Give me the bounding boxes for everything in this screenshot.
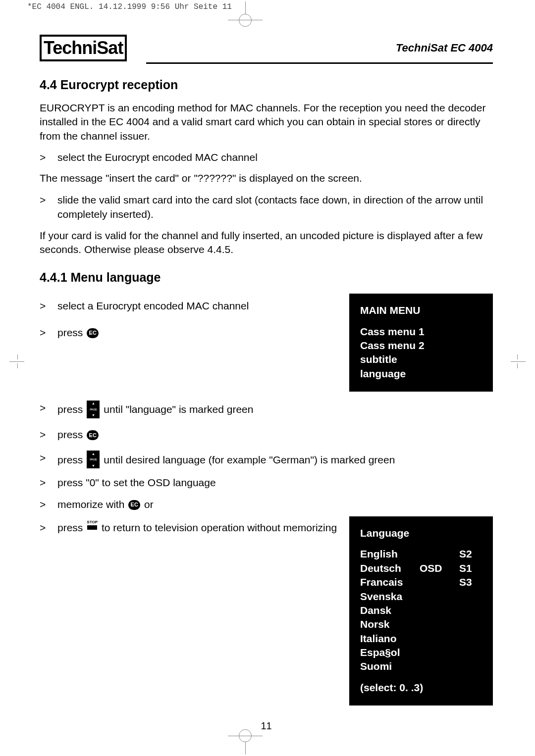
step-text: slide the valid smart card into the card…: [57, 193, 493, 222]
osd-lang-row: FrancaisS3: [360, 575, 482, 589]
osd-main-menu: MAIN MENU Cass menu 1 Cass menu 2 subtit…: [349, 294, 493, 392]
crop-mark-left: [0, 352, 27, 371]
product-name: TechniSat EC 4004: [396, 42, 493, 54]
crop-mark-top: [228, 1, 263, 26]
crop-mark-bottom: [228, 730, 263, 755]
bullet: >: [40, 193, 57, 207]
step: > select a Eurocrypt encoded MAC channel: [40, 299, 337, 313]
bullet: >: [40, 520, 57, 535]
brand-logo: TechniSat: [40, 35, 127, 61]
osd-item: Cass menu 1: [360, 325, 482, 339]
step: > press ▲ PAGE ▼ until "language" is mar…: [40, 401, 493, 418]
osd-lang-row: Italiano: [360, 632, 482, 646]
osd-lang-row: Espa§ol: [360, 646, 482, 659]
step-text: select a Eurocrypt encoded MAC channel: [57, 299, 249, 313]
step: > press EC: [40, 325, 337, 340]
step-text: press STOP to return to television opera…: [57, 520, 337, 535]
closing-paragraph: If your card is valid for the channel an…: [40, 229, 493, 257]
step-text: press EC: [57, 325, 100, 340]
step: > memorize with EC or: [40, 497, 493, 511]
bullet: >: [40, 325, 57, 340]
step: > slide the valid smart card into the ca…: [40, 193, 493, 222]
osd-lang-row: Svenska: [360, 590, 482, 604]
step-text: press ▲ PAGE ▼ until "language" is marke…: [57, 401, 253, 418]
message-paragraph: The message "insert the card" or "??????…: [40, 171, 493, 185]
osd-lang-row: DeutschOSDS1: [360, 561, 482, 575]
bullet: >: [40, 427, 57, 442]
page-number: 11: [40, 720, 493, 732]
bullet: >: [40, 451, 57, 465]
osd-item: subtitle: [360, 353, 482, 366]
page-icon: ▲ PAGE ▼: [87, 451, 100, 468]
print-header: *EC 4004 ENGL. 14.12.1999 9:56 Uhr Seite…: [27, 2, 232, 11]
step: > select the Eurocrypt encoded MAC chann…: [40, 150, 493, 164]
step: > press "0" to set the OSD language: [40, 475, 493, 490]
bullet: >: [40, 497, 57, 511]
intro-paragraph: EUROCRYPT is an encoding method for MAC …: [40, 101, 493, 143]
osd-item: Cass menu 2: [360, 339, 482, 353]
page-icon: ▲ PAGE ▼: [87, 401, 100, 418]
ec-icon: EC: [87, 430, 99, 440]
osd-title: MAIN MENU: [360, 303, 482, 317]
step-text: press ▲ PAGE ▼ until desired language (f…: [57, 451, 395, 468]
crop-mark-right: [508, 352, 535, 371]
section-title-menu-language: 4.4.1 Menu language: [40, 270, 493, 285]
page-header: TechniSat TechniSat EC 4004: [40, 35, 493, 61]
osd-lang-row: Suomi: [360, 659, 482, 673]
osd-item: language: [360, 367, 482, 381]
osd-footer: (select: 0. .3): [360, 681, 482, 695]
osd-lang-row: EnglishS2: [360, 547, 482, 561]
bullet: >: [40, 401, 57, 415]
ec-icon: EC: [128, 500, 140, 510]
osd-lang-row: Norsk: [360, 617, 482, 631]
bullet: >: [40, 299, 57, 313]
step-text: select the Eurocrypt encoded MAC channel: [57, 150, 258, 164]
step-text: press EC: [57, 427, 100, 442]
step-text: press "0" to set the OSD language: [57, 475, 216, 490]
page-content: TechniSat TechniSat EC 4004 4.4 Eurocryp…: [40, 35, 493, 716]
osd-lang-row: Dansk: [360, 604, 482, 617]
section-title-eurocrypt: 4.4 Eurocrypt reception: [40, 78, 493, 92]
osd-title: Language: [360, 526, 482, 540]
step-text: memorize with EC or: [57, 497, 154, 511]
step: > press ▲ PAGE ▼ until desired language …: [40, 451, 493, 468]
step: > press EC: [40, 427, 493, 442]
header-underline: [146, 62, 493, 64]
bullet: >: [40, 475, 57, 490]
stop-icon: STOP: [87, 520, 98, 530]
osd-language-menu: Language EnglishS2 DeutschOSDS1 Francais…: [349, 516, 493, 706]
ec-icon: EC: [87, 328, 99, 338]
bullet: >: [40, 150, 57, 164]
step: > press STOP to return to television ope…: [40, 520, 337, 535]
